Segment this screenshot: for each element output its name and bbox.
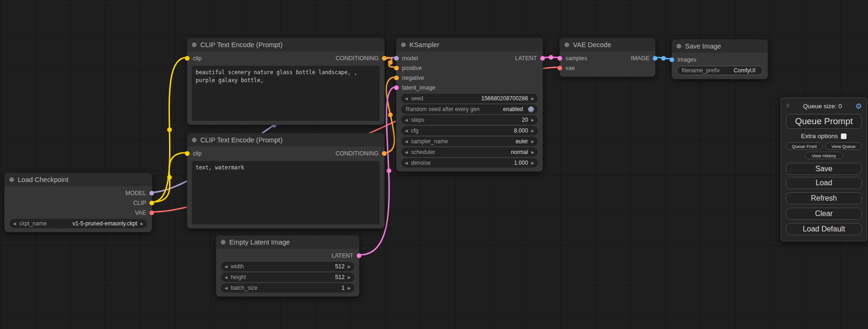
node-title-bar[interactable]: VAE Decode	[560, 38, 655, 51]
collapse-dot-icon[interactable]	[677, 44, 681, 49]
output-dot-latent[interactable]	[540, 56, 545, 61]
output-dot-latent[interactable]	[357, 253, 361, 258]
wire-midpoint-dot	[388, 60, 393, 65]
stepper-right-icon[interactable]: ▶	[531, 97, 534, 101]
node-title-bar[interactable]: CLIP Text Encode (Prompt)	[187, 133, 384, 147]
slot-label: MODEL	[126, 190, 146, 196]
input-dot-model[interactable]	[394, 56, 399, 61]
input-dot-samples[interactable]	[557, 56, 562, 61]
node-empty-latent-image[interactable]: Empty Latent Image LATENT ◀ width 512 ▶ …	[216, 235, 360, 297]
clear-button[interactable]: Clear	[786, 208, 862, 220]
view-queue-button[interactable]: View Queue	[825, 142, 862, 150]
node-vae-decode[interactable]: VAE Decode samples IMAGE vae	[559, 38, 656, 77]
stepper-right-icon[interactable]: ▶	[531, 140, 534, 144]
queue-prompt-button[interactable]: Queue Prompt	[786, 114, 862, 129]
slot-row: clip CONDITIONING	[187, 53, 384, 63]
widget-label: denoise	[411, 160, 430, 166]
collapse-dot-icon[interactable]	[565, 42, 569, 47]
load-default-button[interactable]: Load Default	[786, 223, 862, 235]
steps-widget[interactable]: ◀ steps 20 ▶	[401, 115, 538, 125]
node-graph-canvas[interactable]: Load Checkpoint MODEL CLIP VAE ◀ ckpt_na…	[0, 0, 868, 329]
stepper-right-icon[interactable]: ▶	[348, 286, 351, 290]
slot-label: positive	[402, 65, 422, 71]
node-title-bar[interactable]: Load Checkpoint	[5, 173, 152, 186]
input-dot-vae[interactable]	[557, 66, 562, 70]
input-dot-clip[interactable]	[185, 56, 190, 61]
stepper-right-icon[interactable]: ▶	[531, 161, 534, 165]
output-dot-image[interactable]	[653, 56, 657, 61]
stepper-left-icon[interactable]: ◀	[405, 161, 408, 165]
stepper-right-icon[interactable]: ▶	[141, 222, 143, 226]
width-widget[interactable]: ◀ width 512 ▶	[221, 262, 354, 271]
random-seed-toggle-widget[interactable]: Random seed after every gen enabled	[401, 105, 538, 114]
stepper-left-icon[interactable]: ◀	[405, 129, 408, 133]
input-dot-clip[interactable]	[185, 151, 190, 156]
input-dot-latent-image[interactable]	[394, 85, 399, 90]
stepper-right-icon[interactable]: ▶	[348, 265, 351, 269]
input-dot-positive[interactable]	[394, 66, 399, 70]
drag-handle-icon[interactable]: ⠿	[786, 103, 790, 109]
prompt-textarea[interactable]: beautiful scenery nature glass bottle la…	[192, 66, 380, 121]
cfg-widget[interactable]: ◀ cfg 8.000 ▶	[401, 126, 538, 135]
node-clip-text-encode-negative[interactable]: CLIP Text Encode (Prompt) clip CONDITION…	[187, 133, 385, 229]
refresh-button[interactable]: Refresh	[786, 192, 862, 204]
node-clip-text-encode-positive[interactable]: CLIP Text Encode (Prompt) clip CONDITION…	[187, 38, 385, 125]
collapse-dot-icon[interactable]	[221, 240, 226, 245]
extra-options-label: Extra options	[801, 133, 838, 140]
output-dot-conditioning[interactable]	[382, 56, 387, 61]
stepper-left-icon[interactable]: ◀	[405, 150, 408, 154]
widget-value: normal	[511, 149, 528, 155]
node-title-bar[interactable]: Save Image	[672, 40, 768, 53]
stepper-right-icon[interactable]: ▶	[531, 150, 534, 154]
node-save-image[interactable]: Save Image images filename_prefix ComfyU…	[671, 39, 768, 79]
output-dot-conditioning[interactable]	[382, 151, 387, 156]
collapse-dot-icon[interactable]	[192, 138, 197, 142]
stepper-left-icon[interactable]: ◀	[405, 97, 408, 101]
slot-label: CONDITIONING	[336, 55, 379, 62]
node-load-checkpoint[interactable]: Load Checkpoint MODEL CLIP VAE ◀ ckpt_na…	[4, 173, 152, 232]
collapse-dot-icon[interactable]	[401, 42, 406, 47]
prompt-textarea[interactable]: text, watermark	[192, 161, 380, 224]
ckpt-name-widget[interactable]: ◀ ckpt_name v1-5-pruned-emaonly.ckpt ▶	[9, 219, 147, 228]
collapse-dot-icon[interactable]	[9, 177, 14, 182]
node-title-bar[interactable]: KSampler	[396, 38, 543, 51]
settings-gear-icon[interactable]: ⚙	[855, 102, 862, 111]
input-dot-negative[interactable]	[394, 76, 399, 80]
stepper-right-icon[interactable]: ▶	[531, 118, 534, 122]
extra-options-checkbox[interactable]	[841, 133, 847, 139]
output-dot-clip[interactable]	[149, 201, 154, 205]
stepper-left-icon[interactable]: ◀	[405, 118, 408, 122]
widget-label: sampler_name	[411, 138, 448, 145]
stepper-right-icon[interactable]: ▶	[531, 129, 534, 133]
node-title-bar[interactable]: CLIP Text Encode (Prompt)	[187, 38, 384, 51]
widget-value: 512	[335, 274, 345, 280]
node-title: Load Checkpoint	[18, 176, 69, 183]
node-ksampler[interactable]: KSampler model LATENT positive negative …	[396, 38, 543, 172]
filename-prefix-widget[interactable]: filename_prefix ComfyUI	[677, 66, 763, 75]
slot-label: clip	[193, 150, 202, 157]
sampler-name-widget[interactable]: ◀ sampler_name euler ▶	[401, 137, 538, 146]
stepper-left-icon[interactable]: ◀	[225, 265, 227, 269]
view-history-button[interactable]: View History	[805, 152, 843, 159]
scheduler-widget[interactable]: ◀ scheduler normal ▶	[401, 147, 538, 157]
stepper-left-icon[interactable]: ◀	[13, 222, 16, 226]
widget-label: seed	[411, 95, 423, 102]
input-dot-images[interactable]	[670, 57, 674, 62]
height-widget[interactable]: ◀ height 512 ▶	[221, 273, 354, 282]
save-button[interactable]: Save	[786, 163, 862, 175]
toggle-knob-icon[interactable]	[528, 106, 534, 112]
node-title-bar[interactable]: Empty Latent Image	[216, 236, 359, 249]
load-button[interactable]: Load	[786, 177, 862, 189]
collapse-dot-icon[interactable]	[192, 42, 197, 47]
seed-widget[interactable]: ◀ seed 156680208700286 ▶	[401, 94, 538, 103]
output-dot-vae[interactable]	[149, 210, 154, 215]
denoise-widget[interactable]: ◀ denoise 1.000 ▶	[401, 158, 538, 168]
stepper-left-icon[interactable]: ◀	[225, 275, 227, 280]
stepper-left-icon[interactable]: ◀	[405, 140, 408, 144]
stepper-right-icon[interactable]: ▶	[348, 275, 351, 280]
stepper-left-icon[interactable]: ◀	[225, 286, 227, 290]
queue-front-button[interactable]: Queue Front	[786, 142, 823, 150]
wire-midpoint-dot	[661, 56, 666, 61]
batch-size-widget[interactable]: ◀ batch_size 1 ▶	[221, 283, 354, 293]
output-dot-model[interactable]	[149, 191, 154, 196]
